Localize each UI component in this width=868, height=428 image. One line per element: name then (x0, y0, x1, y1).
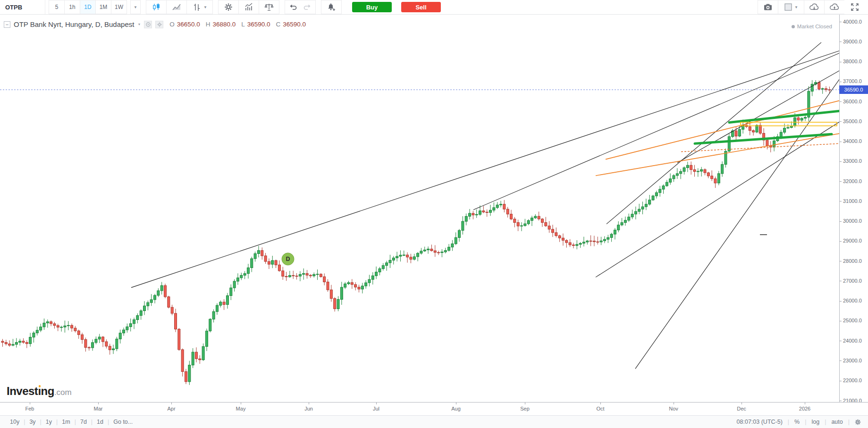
interval-button-1M[interactable]: 1M (95, 0, 111, 14)
black-trendline-long-upper[interactable] (131, 51, 839, 288)
settings-button[interactable] (218, 0, 239, 14)
time-tick-mark (309, 403, 309, 404)
price-tick-label: 33000.0 (843, 158, 862, 164)
interval-button-5[interactable]: 5 (49, 0, 65, 14)
black-channel-steep-lower[interactable] (596, 122, 839, 277)
symbol-search[interactable]: OTPB (0, 0, 45, 14)
price-tick-mark (840, 261, 842, 261)
price-tick-label: 40000.0 (843, 19, 862, 25)
indicators-button[interactable] (238, 0, 259, 14)
low-label: L (241, 21, 245, 28)
price-tick-label: 37000.0 (843, 78, 862, 84)
price-tick-mark (840, 42, 842, 42)
auto-scale-button[interactable]: auto (826, 419, 848, 425)
range-button-7d[interactable]: 7d (76, 419, 91, 425)
interval-button-1D[interactable]: 1D (80, 0, 96, 14)
goto-button[interactable]: Go to... (109, 419, 137, 425)
price-tick-label: 28000.0 (843, 258, 862, 264)
chart-title[interactable]: OTP Bank Nyrt, Hungary, D, Budapest (14, 20, 134, 28)
price-tick-mark (840, 341, 842, 341)
green-thick-resistance[interactable] (729, 111, 839, 122)
range-button-10y[interactable]: 10y (6, 419, 24, 425)
legend-collapse-button[interactable]: − (4, 21, 10, 28)
time-tick-mark (376, 403, 377, 404)
price-tick-label: 27000.0 (843, 278, 862, 284)
yellow-zone-rect[interactable] (741, 122, 837, 126)
orange-trendline-upper[interactable] (606, 101, 839, 159)
market-status-label: Market Closed (797, 24, 832, 29)
chart-title-caret-icon[interactable]: ▼ (137, 23, 141, 26)
snapshot-button[interactable] (758, 0, 778, 14)
time-tick-mark (805, 403, 805, 404)
range-buttons: 10y|3y|1y|1m|7d|1d (6, 419, 108, 425)
compare-button[interactable] (259, 0, 279, 14)
redo-icon[interactable] (303, 3, 311, 11)
legend-settings-button[interactable] (155, 21, 163, 28)
interval-button-1h[interactable]: 1h (64, 0, 80, 14)
price-axis[interactable]: 40000.039000.038000.037000.036000.035000… (839, 15, 868, 402)
range-button-1y[interactable]: 1y (42, 419, 56, 425)
time-tick-label: 2026 (799, 406, 810, 411)
price-tick-mark (840, 221, 842, 222)
candlesticks[interactable] (1, 80, 831, 385)
price-tick-mark (840, 22, 842, 22)
save-chart-button[interactable] (824, 0, 845, 14)
range-button-1m[interactable]: 1m (58, 419, 74, 425)
price-tick-label: 25000.0 (843, 318, 862, 323)
price-tick-mark (840, 161, 842, 162)
close-label: C (276, 21, 281, 28)
time-tick-label: Sep (520, 406, 530, 411)
chart-area[interactable]: D − OTP Bank Nyrt, Hungary, D, Budapest … (0, 15, 868, 415)
ohlc-bars-icon (192, 2, 202, 12)
logo-brand-b: ng (41, 385, 54, 398)
time-tick-label: Feb (25, 406, 34, 411)
top-toolbar: OTPB 51h1D1M1W ▼ ▼ (0, 0, 868, 15)
price-tick-label: 35000.0 (843, 118, 862, 124)
area-chart-icon (172, 2, 181, 12)
orange-dashed-line[interactable] (681, 143, 839, 151)
price-tick-label: 26000.0 (843, 298, 862, 303)
black-support-steep[interactable] (635, 80, 839, 369)
drawing-annotations[interactable] (131, 42, 839, 369)
sell-button[interactable]: Sell (401, 2, 441, 12)
undo-icon[interactable] (289, 3, 298, 11)
black-channel-steep-upper[interactable] (607, 42, 821, 224)
alert-button[interactable] (321, 0, 342, 14)
price-tick-label: 30000.0 (843, 218, 862, 224)
load-chart-button[interactable] (804, 0, 825, 14)
price-tick-mark (840, 62, 842, 62)
chart-type-area-button[interactable] (166, 0, 187, 14)
chart-type-candles-button[interactable] (146, 0, 167, 14)
legend-snapshot-button[interactable] (144, 21, 152, 28)
layout-button[interactable]: ▼ (778, 0, 804, 14)
dividend-marker[interactable]: D (282, 253, 294, 265)
time-tick-label: Nov (669, 406, 678, 411)
bottom-toolbar: 10y|3y|1y|1m|7d|1d | Go to... 08:07:03 (… (0, 415, 868, 428)
fullscreen-button[interactable] (844, 0, 865, 14)
bell-plus-icon (327, 2, 336, 12)
black-minor-line[interactable] (677, 71, 839, 163)
low-value: 36590.0 (247, 21, 270, 28)
price-tick-label: 24000.0 (843, 338, 862, 344)
range-button-1d[interactable]: 1d (93, 419, 108, 425)
candlestick-plot[interactable]: D (0, 15, 839, 402)
time-tick-label: Apr (167, 406, 175, 411)
time-axis[interactable]: FebMarAprMayJunJulAugSepOctNovDec2026 (0, 402, 868, 415)
bottom-settings-button[interactable] (850, 419, 863, 426)
range-button-3y[interactable]: 3y (25, 419, 40, 425)
price-tick-label: 29000.0 (843, 238, 862, 243)
last-price-tag: 36590.0 (839, 85, 868, 94)
log-scale-button[interactable]: log (806, 419, 825, 425)
interval-button-1W[interactable]: 1W (111, 0, 127, 14)
time-tick-mark (98, 403, 99, 404)
ohlc-readout: O 36650.0 H 36880.0 L 36590.0 C 36590.0 (169, 21, 309, 28)
time-tick-mark (171, 403, 172, 404)
clock[interactable]: 08:07:03 (UTC-5) (732, 419, 788, 425)
time-tick-label: Dec (737, 406, 746, 411)
percent-scale-button[interactable]: % (789, 419, 805, 425)
buy-button[interactable]: Buy (352, 2, 392, 12)
time-tick-mark (600, 403, 601, 404)
price-tick-label: 22000.0 (843, 378, 862, 383)
bar-style-button[interactable]: ▼ (186, 0, 213, 14)
interval-dropdown[interactable]: ▼ (130, 0, 141, 14)
